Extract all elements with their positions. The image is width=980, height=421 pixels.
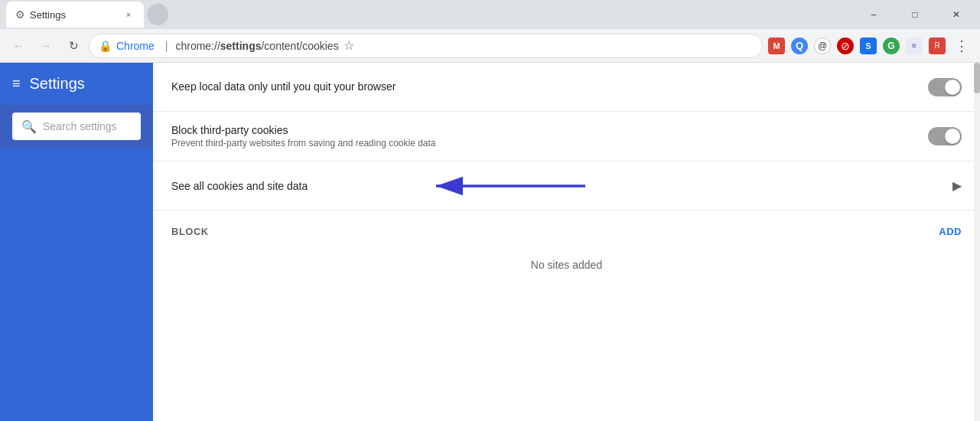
- ext-s-button[interactable]: S: [858, 35, 879, 57]
- see-all-cookies-row[interactable]: See all cookies and site data ▶: [153, 162, 980, 210]
- browser-menu-button[interactable]: ⋮: [949, 34, 974, 58]
- back-button[interactable]: ←: [6, 34, 31, 58]
- window-controls: – □ ✕: [856, 4, 974, 25]
- main-layout: ≡ Settings 🔍 Search settings Keep local …: [0, 63, 980, 421]
- keep-local-row: Keep local data only until you quit your…: [153, 63, 980, 112]
- security-icon: 🔒: [99, 40, 112, 52]
- arrow-annotation: [421, 172, 589, 200]
- sidebar: ≡ Settings 🔍 Search settings: [0, 63, 153, 421]
- address-separator: |: [165, 40, 168, 52]
- ext-r-button[interactable]: ⊘: [835, 35, 856, 57]
- search-icon: 🔍: [21, 119, 37, 134]
- refresh-button[interactable]: ↻: [61, 34, 86, 58]
- add-button[interactable]: ADD: [939, 226, 962, 237]
- tab-close-button[interactable]: ×: [122, 8, 135, 21]
- tab-title: Settings: [30, 9, 66, 21]
- block-third-party-toggle[interactable]: [928, 127, 962, 145]
- block-third-party-title: Block third-party cookies: [171, 124, 928, 136]
- hamburger-icon[interactable]: ≡: [12, 76, 21, 92]
- sidebar-title: Settings: [30, 75, 85, 93]
- arrow-svg: [421, 172, 589, 200]
- tab-icon: ⚙: [15, 8, 25, 21]
- ext-gmail-button[interactable]: M: [766, 35, 787, 57]
- browser-toolbar: ← → ↻ 🔒 Chrome | chrome://settings/conte…: [0, 29, 980, 63]
- block-third-party-content: Block third-party cookies Prevent third-…: [171, 124, 928, 148]
- search-placeholder: Search settings: [43, 120, 117, 132]
- keep-local-content: Keep local data only until you quit your…: [171, 80, 928, 94]
- ext-at-button[interactable]: @: [812, 35, 833, 57]
- keep-local-title: Keep local data only until you quit your…: [171, 80, 928, 93]
- block-third-party-row: Block third-party cookies Prevent third-…: [153, 112, 980, 162]
- no-sites-label: No sites added: [171, 246, 962, 283]
- ext-red-button[interactable]: R: [926, 35, 948, 57]
- ext-q-button[interactable]: Q: [789, 35, 810, 57]
- block-header: Block ADD: [171, 226, 962, 237]
- browser-brand: Chrome: [116, 40, 155, 52]
- titlebar: ⚙ Settings × – □ ✕: [0, 0, 980, 29]
- new-tab-button[interactable]: [147, 4, 168, 25]
- bookmark-button[interactable]: ☆: [343, 38, 354, 53]
- cookies-settings-section: Keep local data only until you quit your…: [153, 63, 980, 283]
- scrollbar-thumb[interactable]: [974, 63, 980, 93]
- chevron-right-icon: ▶: [952, 178, 962, 193]
- settings-content: Keep local data only until you quit your…: [153, 63, 980, 421]
- sidebar-header: ≡ Settings: [0, 63, 153, 105]
- ext-doc-button[interactable]: ≡: [903, 35, 925, 57]
- search-bar-area: 🔍 Search settings: [0, 105, 153, 148]
- block-label: Block: [171, 226, 209, 237]
- address-url: chrome://settings/content/cookies: [175, 40, 338, 52]
- forward-button[interactable]: →: [34, 34, 58, 58]
- minimize-button[interactable]: –: [856, 4, 891, 25]
- block-third-party-desc: Prevent third-party websites from saving…: [171, 138, 928, 148]
- maximize-button[interactable]: □: [897, 4, 933, 25]
- close-button[interactable]: ✕: [939, 4, 974, 25]
- extension-buttons: M Q @ ⊘ S G ≡ R ⋮: [766, 34, 974, 58]
- ext-g-button[interactable]: G: [881, 35, 902, 57]
- tabs-bar: ⚙ Settings ×: [6, 2, 168, 28]
- scrollbar-track[interactable]: [974, 63, 980, 421]
- active-tab[interactable]: ⚙ Settings ×: [6, 2, 144, 28]
- search-bar[interactable]: 🔍 Search settings: [12, 113, 141, 140]
- keep-local-toggle[interactable]: [928, 78, 962, 96]
- address-bar[interactable]: 🔒 Chrome | chrome://settings/content/coo…: [89, 34, 763, 58]
- block-section: Block ADD No sites added: [153, 210, 980, 283]
